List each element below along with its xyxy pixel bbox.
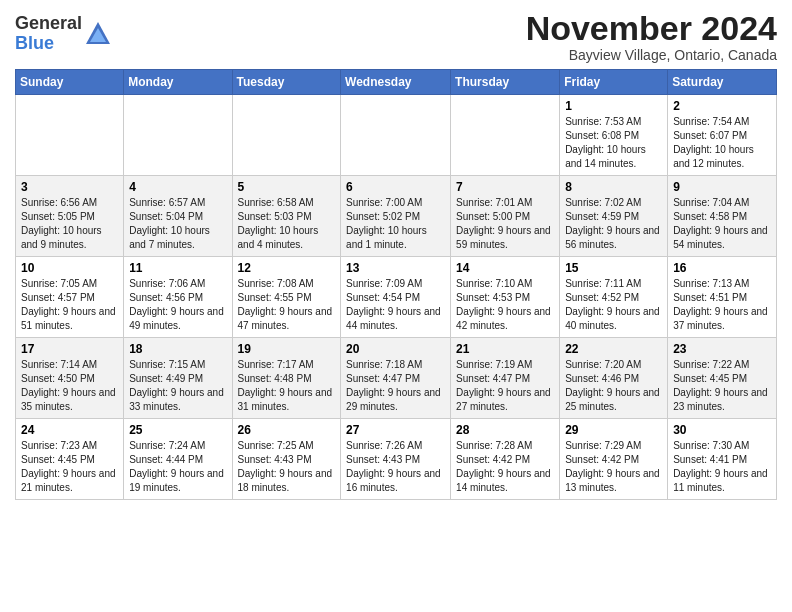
day-number: 18: [129, 342, 226, 356]
table-row: 2Sunrise: 7:54 AM Sunset: 6:07 PM Daylig…: [668, 95, 777, 176]
day-number: 6: [346, 180, 445, 194]
day-info: Sunrise: 7:53 AM Sunset: 6:08 PM Dayligh…: [565, 115, 662, 171]
header-wednesday: Wednesday: [341, 70, 451, 95]
logo-blue: Blue: [15, 33, 54, 53]
day-number: 28: [456, 423, 554, 437]
header-friday: Friday: [560, 70, 668, 95]
day-number: 4: [129, 180, 226, 194]
day-number: 29: [565, 423, 662, 437]
day-number: 22: [565, 342, 662, 356]
day-info: Sunrise: 7:17 AM Sunset: 4:48 PM Dayligh…: [238, 358, 336, 414]
table-row: [16, 95, 124, 176]
table-row: 26Sunrise: 7:25 AM Sunset: 4:43 PM Dayli…: [232, 419, 341, 500]
header-monday: Monday: [124, 70, 232, 95]
day-number: 3: [21, 180, 118, 194]
table-row: 19Sunrise: 7:17 AM Sunset: 4:48 PM Dayli…: [232, 338, 341, 419]
day-number: 9: [673, 180, 771, 194]
day-number: 12: [238, 261, 336, 275]
page-header: General Blue November 2024 Bayview Villa…: [15, 10, 777, 63]
day-info: Sunrise: 7:18 AM Sunset: 4:47 PM Dayligh…: [346, 358, 445, 414]
header-thursday: Thursday: [451, 70, 560, 95]
day-number: 27: [346, 423, 445, 437]
day-info: Sunrise: 7:26 AM Sunset: 4:43 PM Dayligh…: [346, 439, 445, 495]
table-row: 25Sunrise: 7:24 AM Sunset: 4:44 PM Dayli…: [124, 419, 232, 500]
table-row: 23Sunrise: 7:22 AM Sunset: 4:45 PM Dayli…: [668, 338, 777, 419]
day-number: 26: [238, 423, 336, 437]
table-row: 11Sunrise: 7:06 AM Sunset: 4:56 PM Dayli…: [124, 257, 232, 338]
logo-general: General: [15, 13, 82, 33]
day-number: 15: [565, 261, 662, 275]
logo-icon: [84, 20, 112, 48]
table-row: 8Sunrise: 7:02 AM Sunset: 4:59 PM Daylig…: [560, 176, 668, 257]
day-info: Sunrise: 7:24 AM Sunset: 4:44 PM Dayligh…: [129, 439, 226, 495]
table-row: 22Sunrise: 7:20 AM Sunset: 4:46 PM Dayli…: [560, 338, 668, 419]
day-info: Sunrise: 7:06 AM Sunset: 4:56 PM Dayligh…: [129, 277, 226, 333]
day-number: 24: [21, 423, 118, 437]
table-row: 7Sunrise: 7:01 AM Sunset: 5:00 PM Daylig…: [451, 176, 560, 257]
table-row: [341, 95, 451, 176]
day-info: Sunrise: 7:30 AM Sunset: 4:41 PM Dayligh…: [673, 439, 771, 495]
day-number: 14: [456, 261, 554, 275]
table-row: 18Sunrise: 7:15 AM Sunset: 4:49 PM Dayli…: [124, 338, 232, 419]
header-tuesday: Tuesday: [232, 70, 341, 95]
calendar-week-row: 1Sunrise: 7:53 AM Sunset: 6:08 PM Daylig…: [16, 95, 777, 176]
day-info: Sunrise: 7:08 AM Sunset: 4:55 PM Dayligh…: [238, 277, 336, 333]
day-number: 20: [346, 342, 445, 356]
day-info: Sunrise: 7:23 AM Sunset: 4:45 PM Dayligh…: [21, 439, 118, 495]
day-number: 8: [565, 180, 662, 194]
location-subtitle: Bayview Village, Ontario, Canada: [526, 47, 777, 63]
day-number: 13: [346, 261, 445, 275]
day-info: Sunrise: 7:54 AM Sunset: 6:07 PM Dayligh…: [673, 115, 771, 171]
day-number: 11: [129, 261, 226, 275]
day-info: Sunrise: 7:19 AM Sunset: 4:47 PM Dayligh…: [456, 358, 554, 414]
day-info: Sunrise: 7:04 AM Sunset: 4:58 PM Dayligh…: [673, 196, 771, 252]
day-number: 7: [456, 180, 554, 194]
table-row: 28Sunrise: 7:28 AM Sunset: 4:42 PM Dayli…: [451, 419, 560, 500]
calendar-table: Sunday Monday Tuesday Wednesday Thursday…: [15, 69, 777, 500]
calendar-week-row: 17Sunrise: 7:14 AM Sunset: 4:50 PM Dayli…: [16, 338, 777, 419]
table-row: 9Sunrise: 7:04 AM Sunset: 4:58 PM Daylig…: [668, 176, 777, 257]
day-number: 21: [456, 342, 554, 356]
month-title: November 2024: [526, 10, 777, 47]
day-number: 30: [673, 423, 771, 437]
table-row: 5Sunrise: 6:58 AM Sunset: 5:03 PM Daylig…: [232, 176, 341, 257]
table-row: [232, 95, 341, 176]
table-row: 17Sunrise: 7:14 AM Sunset: 4:50 PM Dayli…: [16, 338, 124, 419]
logo: General Blue: [15, 14, 112, 54]
table-row: 29Sunrise: 7:29 AM Sunset: 4:42 PM Dayli…: [560, 419, 668, 500]
calendar-week-row: 10Sunrise: 7:05 AM Sunset: 4:57 PM Dayli…: [16, 257, 777, 338]
day-info: Sunrise: 6:56 AM Sunset: 5:05 PM Dayligh…: [21, 196, 118, 252]
day-number: 19: [238, 342, 336, 356]
table-row: 27Sunrise: 7:26 AM Sunset: 4:43 PM Dayli…: [341, 419, 451, 500]
day-info: Sunrise: 7:05 AM Sunset: 4:57 PM Dayligh…: [21, 277, 118, 333]
table-row: 14Sunrise: 7:10 AM Sunset: 4:53 PM Dayli…: [451, 257, 560, 338]
day-info: Sunrise: 7:28 AM Sunset: 4:42 PM Dayligh…: [456, 439, 554, 495]
table-row: 24Sunrise: 7:23 AM Sunset: 4:45 PM Dayli…: [16, 419, 124, 500]
table-row: [124, 95, 232, 176]
title-area: November 2024 Bayview Village, Ontario, …: [526, 10, 777, 63]
day-info: Sunrise: 7:01 AM Sunset: 5:00 PM Dayligh…: [456, 196, 554, 252]
day-info: Sunrise: 7:14 AM Sunset: 4:50 PM Dayligh…: [21, 358, 118, 414]
table-row: 10Sunrise: 7:05 AM Sunset: 4:57 PM Dayli…: [16, 257, 124, 338]
day-info: Sunrise: 7:13 AM Sunset: 4:51 PM Dayligh…: [673, 277, 771, 333]
calendar-week-row: 3Sunrise: 6:56 AM Sunset: 5:05 PM Daylig…: [16, 176, 777, 257]
day-info: Sunrise: 7:11 AM Sunset: 4:52 PM Dayligh…: [565, 277, 662, 333]
logo-text: General Blue: [15, 14, 82, 54]
day-info: Sunrise: 6:57 AM Sunset: 5:04 PM Dayligh…: [129, 196, 226, 252]
day-info: Sunrise: 7:25 AM Sunset: 4:43 PM Dayligh…: [238, 439, 336, 495]
table-row: 30Sunrise: 7:30 AM Sunset: 4:41 PM Dayli…: [668, 419, 777, 500]
day-info: Sunrise: 7:10 AM Sunset: 4:53 PM Dayligh…: [456, 277, 554, 333]
calendar-header-row: Sunday Monday Tuesday Wednesday Thursday…: [16, 70, 777, 95]
table-row: 15Sunrise: 7:11 AM Sunset: 4:52 PM Dayli…: [560, 257, 668, 338]
table-row: 3Sunrise: 6:56 AM Sunset: 5:05 PM Daylig…: [16, 176, 124, 257]
day-info: Sunrise: 7:20 AM Sunset: 4:46 PM Dayligh…: [565, 358, 662, 414]
header-sunday: Sunday: [16, 70, 124, 95]
day-number: 25: [129, 423, 226, 437]
header-saturday: Saturday: [668, 70, 777, 95]
day-info: Sunrise: 7:02 AM Sunset: 4:59 PM Dayligh…: [565, 196, 662, 252]
table-row: 1Sunrise: 7:53 AM Sunset: 6:08 PM Daylig…: [560, 95, 668, 176]
day-info: Sunrise: 7:15 AM Sunset: 4:49 PM Dayligh…: [129, 358, 226, 414]
day-info: Sunrise: 7:29 AM Sunset: 4:42 PM Dayligh…: [565, 439, 662, 495]
day-number: 16: [673, 261, 771, 275]
calendar-week-row: 24Sunrise: 7:23 AM Sunset: 4:45 PM Dayli…: [16, 419, 777, 500]
